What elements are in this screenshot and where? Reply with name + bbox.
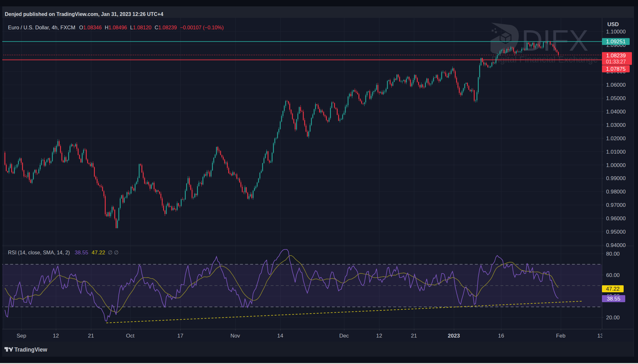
svg-text:14: 14 (277, 333, 283, 339)
svg-text:60.00: 60.00 (606, 272, 620, 278)
svg-text:47.22: 47.22 (92, 250, 105, 256)
svg-text:1.04000: 1.04000 (606, 109, 626, 115)
svg-text:0.98000: 0.98000 (606, 189, 626, 195)
svg-text:0.97000: 0.97000 (606, 202, 626, 208)
svg-text:47.22: 47.22 (606, 286, 620, 292)
svg-text:21: 21 (411, 333, 417, 339)
svg-text:20.00: 20.00 (606, 315, 620, 321)
svg-text:1.00000: 1.00000 (606, 162, 626, 168)
svg-text:∅: ∅ (114, 250, 119, 256)
svg-text:0.94000: 0.94000 (606, 242, 626, 248)
svg-text:12: 12 (53, 333, 59, 339)
svg-text:16: 16 (498, 333, 504, 339)
svg-text:Feb: Feb (556, 333, 565, 339)
svg-text:Denjed published on TradingVie: Denjed published on TradingView.com, Jan… (5, 11, 163, 17)
svg-text:Sep: Sep (17, 333, 26, 339)
svg-text:Euro / U.S. Dollar, 4h, FXCM: Euro / U.S. Dollar, 4h, FXCM (8, 25, 75, 30)
svg-text:Oct: Oct (126, 333, 135, 339)
svg-text:1.01000: 1.01000 (606, 149, 626, 155)
svg-text:0.95000: 0.95000 (606, 229, 626, 235)
svg-text:DIFX: DIFX (522, 24, 589, 57)
svg-text:1.10000: 1.10000 (606, 29, 626, 35)
svg-text:1.08239: 1.08239 (606, 53, 626, 59)
svg-text:80.00: 80.00 (606, 251, 620, 257)
svg-text:∅: ∅ (108, 250, 113, 256)
svg-text:O1.08346H1.08496L1.08120C1.082: O1.08346H1.08496L1.08120C1.08239−0.00107… (79, 25, 224, 30)
svg-text:21: 21 (88, 333, 94, 339)
svg-text:1.09251: 1.09251 (606, 39, 626, 45)
svg-text:1.05000: 1.05000 (606, 95, 626, 101)
svg-text:2023: 2023 (448, 333, 460, 339)
svg-text:38.55: 38.55 (75, 250, 88, 256)
svg-text:1.07875: 1.07875 (606, 66, 626, 72)
svg-text:Nov: Nov (230, 333, 240, 339)
svg-text:12: 12 (376, 333, 382, 339)
svg-text:0.99000: 0.99000 (606, 175, 626, 181)
svg-text:17: 17 (177, 333, 184, 339)
svg-text:1.06000: 1.06000 (606, 82, 626, 88)
svg-text:1.02000: 1.02000 (606, 135, 626, 142)
svg-text:38.55: 38.55 (607, 296, 620, 302)
svg-text:0.96000: 0.96000 (606, 215, 626, 222)
svg-text:TradingView: TradingView (14, 346, 47, 353)
svg-text:RSI (14, close, SMA, 14, 2): RSI (14, close, SMA, 14, 2) (8, 250, 70, 255)
svg-text:USD: USD (607, 21, 619, 27)
svg-text:Dec: Dec (339, 333, 349, 339)
svg-text:1.03000: 1.03000 (606, 122, 626, 128)
svg-text:01:33:27: 01:33:27 (606, 59, 626, 64)
